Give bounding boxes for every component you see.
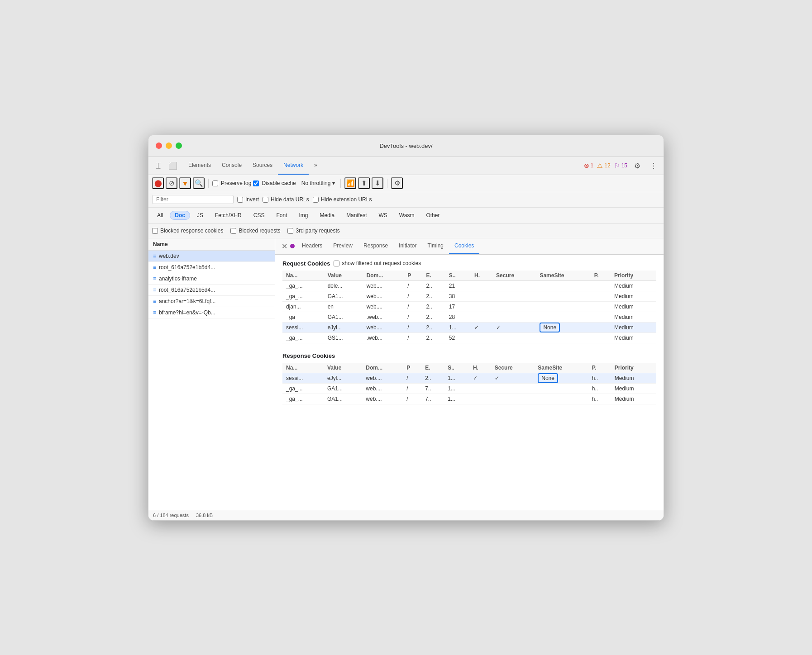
network-conditions-icon[interactable]: 📶 [344,177,356,189]
hide-data-urls-checkbox[interactable] [263,197,268,203]
type-filter-js[interactable]: JS [192,211,208,220]
table-row[interactable]: _ga GA1... .web... / 2.. 28 Medium [282,312,656,322]
request-list-item[interactable]: ≡analytics-iframe [148,273,275,285]
device-icon[interactable]: ⬜ [167,159,179,172]
tab-cookies[interactable]: Cookies [449,238,479,255]
blocked-option[interactable]: Blocked response cookies [152,228,223,234]
tab-preview[interactable]: Preview [328,238,358,255]
samesite-cell [536,301,590,312]
tab-sources[interactable]: Sources [247,157,278,175]
stop-recording-icon[interactable]: ⬤ [152,177,164,189]
resp-value-cell: eJyl... [324,373,362,383]
request-name: web.dev [159,253,179,259]
type-filter-other[interactable]: Other [421,211,444,220]
close-button[interactable] [156,142,162,149]
table-row[interactable]: _ga_... dele... web.... / 2.. 21 Medium [282,280,656,291]
type-filter-fetch-xhr[interactable]: Fetch/XHR [210,211,247,220]
table-row[interactable]: _ga_... GA1... web.... / 7.. 1... h.. Me… [282,394,656,404]
request-list-item[interactable]: ≡bframe?hl=en&v=-Qb... [148,307,275,318]
tab-more[interactable]: » [309,157,323,175]
search-icon[interactable]: 🔍 [193,177,205,189]
tab-elements[interactable]: Elements [183,157,216,175]
network-settings-icon[interactable]: ⚙ [391,177,403,189]
table-row[interactable]: _ga_... GA1... web.... / 2.. 38 Medium [282,291,656,301]
preserve-log-label[interactable]: Preserve log [212,180,251,186]
request-list-item[interactable]: ≡anchor?ar=1&k=6Lfqf... [148,296,275,307]
request-list-item[interactable]: ≡root_616a752e1b5d4... [148,262,275,273]
throttle-label: No throttling [301,180,331,186]
name-cell: _ga_... [282,332,324,343]
httponly-cell [471,301,492,312]
samesite-cell [536,291,590,301]
type-filter-font[interactable]: Font [271,211,292,220]
type-filter-css[interactable]: CSS [248,211,270,220]
devtools-panel: ⌶ ⬜ Elements Console Sources Network » ⊗… [148,157,664,520]
table-row[interactable]: sessi... eJyl... web.... / 2.. 1... ✓ ✓ … [282,373,656,383]
type-filter-all[interactable]: All [152,211,168,220]
type-filter-ws[interactable]: WS [373,211,392,220]
more-options-icon[interactable]: ⋮ [647,159,660,172]
invert-filter-label[interactable]: Invert [237,196,259,203]
cursor-icon[interactable]: ⌶ [152,159,165,172]
table-row[interactable]: djan... en web.... / 2.. 17 Medium [282,301,656,312]
table-row[interactable]: _ga_... GA1... web.... / 7.. 1... h.. Me… [282,383,656,394]
hide-data-urls-label[interactable]: Hide data URLs [263,196,309,203]
panel-close-button[interactable]: ✕ [279,238,290,255]
preserve-log-checkbox[interactable] [212,180,218,186]
request-list-item[interactable]: ≡root_616a752e1b5d4... [148,285,275,296]
filter-icon[interactable]: ▼ [179,177,191,189]
resp-name-cell: sessi... [282,373,324,383]
type-filter-doc[interactable]: Doc [170,211,190,220]
hide-ext-urls-label[interactable]: Hide extension URLs [313,196,372,203]
doc-icon: ≡ [153,287,156,293]
hide-ext-urls-checkbox[interactable] [313,197,319,203]
path-cell: / [404,280,422,291]
domain-cell: web.... [363,322,404,332]
import-icon[interactable]: ⬇ [372,177,383,189]
show-filtered-checkbox[interactable] [334,261,339,266]
blocked-option[interactable]: 3rd-party requests [287,228,339,234]
prio-short-cell [591,280,611,291]
request-name: anchor?ar=1&k=6Lfqf... [159,298,215,304]
resp-name-cell: _ga_... [282,383,324,394]
tab-headers[interactable]: Headers [296,238,328,255]
show-filtered-label[interactable]: show filtered out request cookies [334,260,421,266]
col-priority: Priority [611,271,656,281]
tab-response[interactable]: Response [358,238,393,255]
col-domain: Dom... [363,271,404,281]
type-filter-wasm[interactable]: Wasm [394,211,420,220]
tab-network[interactable]: Network [278,157,309,175]
tab-timing[interactable]: Timing [422,238,449,255]
doc-icon: ≡ [153,309,156,316]
samesite-cell [536,332,590,343]
col-size: S.. [445,271,471,281]
type-filter-img[interactable]: Img [294,211,313,220]
invert-checkbox[interactable] [237,197,243,203]
minimize-button[interactable] [166,142,172,149]
disable-cache-label[interactable]: Disable cache [253,180,296,186]
secure-cell [492,291,536,301]
type-filter-manifest[interactable]: Manifest [341,211,372,220]
tab-initiator[interactable]: Initiator [393,238,422,255]
domain-cell: web.... [363,280,404,291]
error-badge: ⊗ 1 [584,162,594,169]
clear-icon[interactable]: ⊘ [166,177,177,189]
blocked-option[interactable]: Blocked requests [230,228,280,234]
request-list-item[interactable]: ≡web.dev [148,251,275,262]
throttle-selector[interactable]: No throttling ▾ [300,179,337,187]
filter-input[interactable] [152,195,234,204]
maximize-button[interactable] [176,142,182,149]
col-path: P [404,271,422,281]
settings-icon[interactable]: ⚙ [631,159,644,172]
disable-cache-checkbox[interactable] [253,180,259,186]
table-row[interactable]: sessi... eJyl... web.... / 2.. 1... ✓ ✓ … [282,322,656,332]
table-row[interactable]: _ga_... GS1... .web... / 2.. 52 Medium [282,332,656,343]
tab-console[interactable]: Console [216,157,247,175]
value-cell: GS1... [324,332,363,343]
type-filter-media[interactable]: Media [315,211,339,220]
titlebar: DevTools - web.dev/ [148,135,664,157]
request-cookies-section: Request Cookies show filtered out reques… [282,260,656,267]
export-icon[interactable]: ⬆ [358,177,370,189]
main-content: Name ≡web.dev≡root_616a752e1b5d4...≡anal… [148,238,664,510]
resp-secure-cell [491,383,535,394]
